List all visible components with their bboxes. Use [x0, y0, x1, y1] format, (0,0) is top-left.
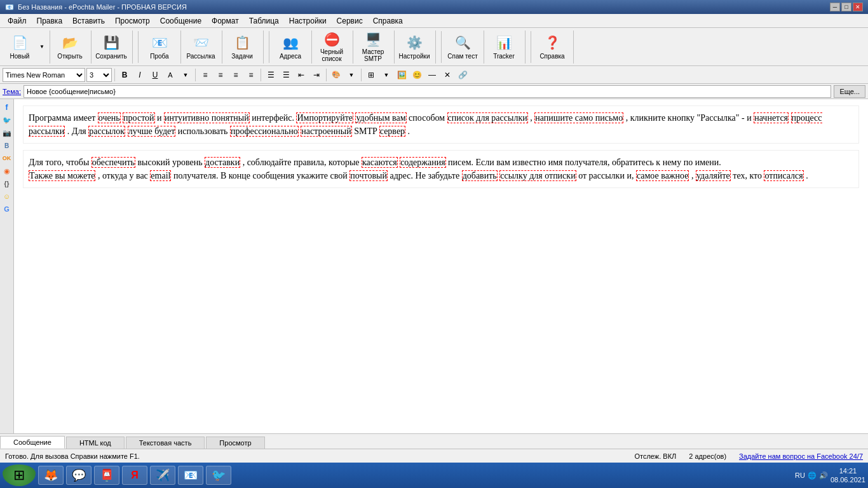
start-button[interactable]: ⊞: [3, 464, 36, 486]
send-button[interactable]: 📨 Рассылка: [184, 31, 218, 63]
taskbar-skype[interactable]: 💬: [66, 466, 92, 485]
image-button[interactable]: 🖼️: [395, 68, 409, 82]
separator-2: [269, 31, 269, 63]
blacklist-icon: ⛔: [323, 32, 341, 47]
tasks-button-group: 📋 Задачи: [225, 30, 264, 64]
editor-content[interactable]: Программа имеет очень простой и интуитив…: [14, 99, 868, 202]
save-button[interactable]: 💾 Сохранить: [94, 31, 128, 63]
subject-label[interactable]: Тема:: [3, 88, 21, 95]
subject-input[interactable]: [24, 85, 831, 98]
clock-display[interactable]: 14:21 08.06.2021: [831, 466, 865, 485]
taskbar-firefox[interactable]: 🦊: [38, 466, 64, 485]
align-right-button[interactable]: ≡: [229, 68, 243, 82]
subject-bar: Тема: Еще...: [0, 84, 868, 99]
close-button[interactable]: ✕: [853, 3, 863, 11]
indent-in-button[interactable]: ⇥: [309, 68, 323, 82]
tracker-button-group: 📊 Tracker: [487, 30, 526, 64]
bgcolor-dropdown[interactable]: ▼: [344, 68, 358, 82]
special-button[interactable]: ✕: [440, 68, 454, 82]
list-ol-button[interactable]: ☰: [279, 68, 293, 82]
contacts-button[interactable]: 👥 Адреса: [273, 31, 308, 63]
menu-edit[interactable]: Правка: [32, 15, 68, 27]
maximize-button[interactable]: □: [841, 3, 851, 11]
color-dropdown[interactable]: ▼: [179, 68, 193, 82]
new-dropdown-arrow[interactable]: ▼: [38, 31, 46, 63]
italic-button[interactable]: I: [133, 68, 147, 82]
emoticon-button[interactable]: 😊: [410, 68, 424, 82]
spell-14: сервер: [379, 126, 405, 137]
color-button[interactable]: A: [163, 68, 177, 82]
taskbar-yandex[interactable]: Я: [122, 466, 147, 485]
settings-button-group: ⚙️ Настройки: [397, 30, 436, 64]
font-family-select[interactable]: Times New Roman Arial Verdana: [3, 68, 85, 82]
link-button[interactable]: 🔗: [456, 68, 470, 82]
sidebar-smile-icon[interactable]: ☺: [1, 191, 13, 202]
menu-help[interactable]: Справка: [368, 15, 408, 27]
taskbar-telegram[interactable]: ✈️: [150, 466, 175, 485]
taskbar-rambler[interactable]: 📮: [94, 466, 119, 485]
hr-button[interactable]: —: [425, 68, 439, 82]
list-ul-button[interactable]: ☰: [264, 68, 278, 82]
tray-sound-icon: 🔊: [819, 471, 828, 480]
open-button[interactable]: 📂 Открыть: [53, 31, 87, 63]
align-center-button[interactable]: ≡: [214, 68, 227, 82]
bgcolor-button[interactable]: 🎨: [329, 68, 343, 82]
new-button[interactable]: 📄 Новый: [3, 31, 37, 63]
menu-table[interactable]: Таблица: [244, 15, 284, 27]
tab-html[interactable]: HTML код: [66, 437, 125, 449]
test-button[interactable]: 📧 Проба: [142, 31, 177, 63]
align-justify-button[interactable]: ≡: [244, 68, 258, 82]
tab-preview[interactable]: Просмотр: [206, 437, 264, 449]
tasks-button[interactable]: 📋 Задачи: [225, 31, 259, 63]
minimize-button[interactable]: ─: [830, 3, 840, 11]
main-area: f 🐦 📷 В OK ◉ {} ☺ G Программа имеет очен…: [0, 99, 868, 433]
menu-message[interactable]: Сообщение: [155, 15, 207, 27]
contacts-button-group: 👥 Адреса: [273, 30, 312, 64]
sidebar-google-icon[interactable]: G: [1, 203, 13, 215]
blacklist-button[interactable]: ⛔ Черный список: [315, 31, 349, 63]
menu-view[interactable]: Просмотр: [110, 15, 155, 27]
tab-text[interactable]: Текстовая часть: [126, 437, 205, 449]
bold-button[interactable]: B: [118, 68, 132, 82]
sidebar-instagram-icon[interactable]: 📷: [1, 127, 13, 139]
more-button[interactable]: Еще...: [834, 85, 865, 98]
sidebar-braces-icon[interactable]: {}: [1, 178, 13, 189]
menu-file[interactable]: Файл: [3, 15, 32, 27]
sidebar-ok-icon[interactable]: OK: [1, 152, 13, 164]
tray-lang[interactable]: RU: [795, 471, 805, 479]
clock-time: 14:21: [831, 466, 865, 475]
spell-13: настроенный: [301, 126, 351, 137]
sidebar-rss-icon[interactable]: ◉: [1, 165, 13, 177]
sidebar-twitter-icon[interactable]: 🐦: [1, 114, 13, 126]
test-label: Проба: [150, 53, 168, 60]
indent-out-button[interactable]: ⇤: [294, 68, 308, 82]
bird-icon: 🐦: [212, 468, 226, 482]
sidebar-vk-icon[interactable]: В: [1, 140, 13, 151]
menu-format[interactable]: Формат: [207, 15, 244, 27]
menu-settings[interactable]: Настройки: [284, 15, 332, 27]
taskbar-mailer[interactable]: 📧: [178, 466, 203, 485]
smtp-button[interactable]: 🖥️ Мастер SMTP: [356, 31, 390, 63]
menu-service[interactable]: Сервис: [332, 15, 368, 27]
table-dropdown[interactable]: ▼: [379, 68, 393, 82]
underline-button[interactable]: U: [148, 68, 162, 82]
editor-area[interactable]: Программа имеет очень простой и интуитив…: [14, 99, 868, 433]
align-left-button[interactable]: ≡: [198, 68, 212, 82]
help-button[interactable]: ❓ Справка: [535, 31, 569, 63]
tab-message[interactable]: Сообщение: [0, 436, 65, 449]
sidebar-facebook-icon[interactable]: f: [1, 102, 13, 113]
taskbar-bird[interactable]: 🐦: [206, 466, 231, 485]
facebook-support-link[interactable]: Задайте нам вопрос на Facebook 24/7: [739, 452, 863, 460]
spell-12: профессионально: [230, 126, 299, 137]
tracker-button[interactable]: 📊 Tracker: [487, 31, 521, 63]
send-icon: 📨: [192, 34, 210, 51]
settings-button[interactable]: ⚙️ Настройки: [397, 31, 431, 63]
spamtest-button[interactable]: 🔍 Спам тест: [445, 31, 480, 63]
spell-20: email: [150, 170, 171, 181]
font-size-select[interactable]: 1 2 3 4 5 6 7: [86, 68, 112, 82]
paragraph-1[interactable]: Программа имеет очень простой и интуитив…: [23, 105, 859, 144]
paragraph-2[interactable]: Для того, чтобы обеспечить высокий урове…: [23, 150, 859, 188]
table-insert-button[interactable]: ⊞: [364, 68, 378, 82]
spell-24: самое важное: [636, 170, 689, 181]
menu-insert[interactable]: Вставить: [67, 15, 110, 27]
